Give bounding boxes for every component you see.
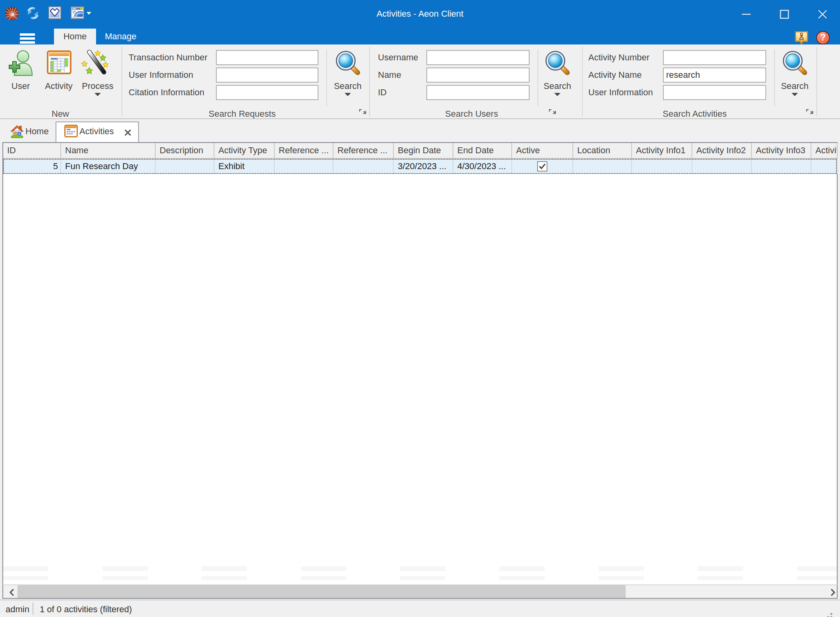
svg-text:?: ? [820,32,826,42]
